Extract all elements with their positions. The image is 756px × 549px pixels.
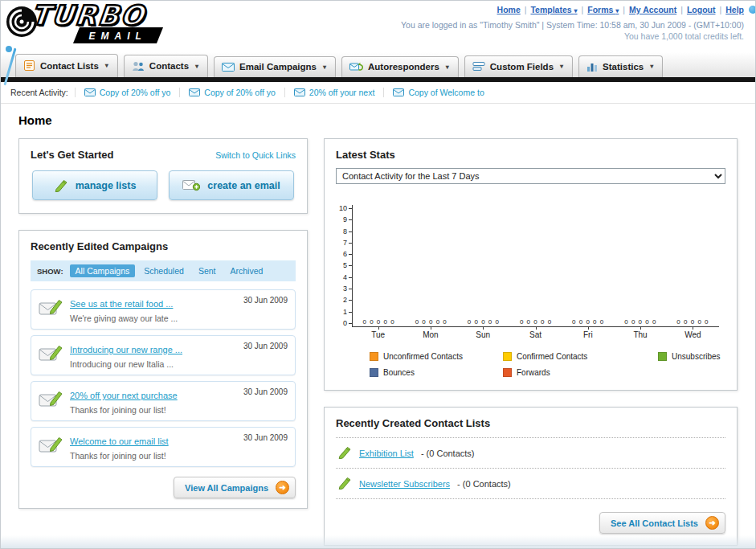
campaigns-panel-title: Recently Edited Campaigns: [31, 240, 296, 252]
campaign-title-link[interactable]: Introducing our new range ...: [70, 345, 182, 354]
chart-y-axis: 109876543210: [339, 205, 352, 327]
y-tick-label: 9: [343, 216, 352, 223]
stats-period-select[interactable]: Contact Activity for the Last 7 Days: [336, 168, 725, 184]
campaign-row[interactable]: 20% off your next purchaseThanks for joi…: [31, 381, 296, 421]
get-started-title: Let's Get Started: [31, 149, 114, 161]
chart-plot-area: 0 0 0 0 00 0 0 0 00 0 0 0 00 0 0 0 00 0 …: [352, 205, 719, 327]
contact-list-link[interactable]: Exhibition List: [359, 449, 414, 458]
nav-tab-email-campaigns[interactable]: Email Campaigns▾: [214, 56, 336, 77]
chart-value-group: 0 0 0 0 0: [615, 318, 667, 326]
contact-list-row[interactable]: Exhibition List- (0 Contacts): [336, 437, 725, 468]
campaign-tab-scheduled[interactable]: Scheduled: [138, 264, 190, 277]
recent-activity-item-label: 20% off your next: [309, 88, 375, 97]
top-link-my-account[interactable]: My Account: [629, 5, 676, 14]
legend-item-bounces: Bounces: [370, 368, 497, 377]
chevron-down-icon: ▾: [105, 62, 108, 69]
x-axis-label: Sat: [509, 330, 562, 339]
envelope-icon: [189, 88, 200, 96]
top-link-home[interactable]: Home: [497, 5, 521, 14]
button-label: create an email: [207, 180, 280, 191]
contact-list-link[interactable]: Newsletter Subscribers: [359, 479, 450, 489]
legend-item-unsubscribes: Unsubscribes: [658, 352, 725, 361]
recent-activity-bar: Recent Activity: Copy of 20% off yoCopy …: [1, 82, 755, 104]
show-label: SHOW:: [37, 267, 63, 276]
campaign-tab-sent[interactable]: Sent: [193, 264, 222, 277]
campaign-date: 30 Jun 2009: [243, 342, 288, 369]
campaign-title-link[interactable]: 20% off your next purchase: [70, 391, 178, 400]
switch-quick-links-link[interactable]: Switch to Quick Links: [215, 150, 296, 160]
view-all-campaigns-button[interactable]: View All Campaigns ➜: [174, 477, 296, 498]
y-tick-label: 7: [343, 240, 352, 247]
campaign-tab-archived[interactable]: Archived: [224, 264, 268, 277]
manage-lists-button[interactable]: manage lists: [32, 170, 157, 200]
campaign-filter-bar: SHOW: All CampaignsScheduledSentArchived: [31, 260, 296, 281]
campaign-title-link[interactable]: Welcome to our email list: [70, 436, 169, 446]
recent-activity-item-label: Copy of 20% off yo: [204, 88, 276, 97]
top-link-forms[interactable]: Forms ▾: [587, 5, 619, 14]
x-axis-label: Thu: [614, 330, 666, 339]
chevron-down-icon: ▾: [615, 7, 619, 14]
legend-swatch: [370, 352, 378, 361]
nav-tab-autoresponders[interactable]: Autoresponders▾: [341, 56, 459, 77]
header-right: Home|Templates ▾|Forms ▾|My Account|Logo…: [401, 5, 744, 41]
campaign-list: See us at the retail food ...We're givin…: [31, 289, 296, 467]
autoresponders-icon: [349, 62, 363, 72]
recent-activity-item[interactable]: 20% off your next: [284, 88, 384, 97]
statistics-icon: [586, 61, 598, 72]
y-tick-label: 6: [343, 251, 352, 258]
x-axis-label: Wed: [667, 330, 719, 339]
top-link-templates[interactable]: Templates ▾: [530, 5, 577, 14]
app-logo[interactable]: TURBO EMAIL: [6, 2, 160, 43]
nav-tab-custom-fields[interactable]: Custom Fields▾: [464, 55, 573, 77]
campaign-row[interactable]: Introducing our new range ...Introducing…: [31, 335, 296, 375]
legend-item-unconfirmed-contacts: Unconfirmed Contacts: [370, 352, 497, 361]
campaign-date: 30 Jun 2009: [243, 433, 288, 461]
nav-tab-contact-lists[interactable]: Contact Lists▾: [15, 54, 118, 77]
logo-subtitle-strip: EMAIL: [73, 27, 163, 43]
legend-label: Bounces: [383, 368, 415, 377]
link-separator: |: [582, 5, 584, 14]
recent-activity-item[interactable]: Copy of 20% off yo: [75, 88, 180, 97]
logo-text-block: TURBO EMAIL: [31, 2, 160, 43]
custom-fields-icon: [472, 61, 485, 72]
view-all-campaigns-label: View All Campaigns: [185, 483, 268, 493]
x-axis-label: Mon: [404, 330, 456, 339]
legend-swatch: [503, 368, 512, 377]
chevron-down-icon: ▾: [195, 63, 198, 70]
chart-value-group: 0 0 0 0 0: [509, 318, 562, 326]
logo-subtitle: EMAIL: [89, 31, 147, 42]
campaign-edit-icon: [39, 433, 63, 461]
chart-value-group: 0 0 0 0 0: [562, 318, 615, 326]
y-tick-label: 10: [339, 205, 352, 212]
link-separator: |: [525, 5, 527, 14]
legend-swatch: [370, 368, 378, 377]
credits-info: You have 1,000 total credits left.: [401, 31, 744, 41]
recent-activity-item[interactable]: Copy of Welcome to: [383, 88, 492, 97]
chevron-down-icon: ▾: [574, 7, 578, 14]
create-an-email-button[interactable]: create an email: [169, 170, 294, 200]
y-tick-label: 3: [343, 285, 352, 293]
nav-tab-statistics[interactable]: Statistics▾: [578, 55, 663, 77]
nav-tab-contacts[interactable]: Contacts▾: [124, 55, 208, 77]
chart-zero-values: 0 0 0 0 00 0 0 0 00 0 0 0 00 0 0 0 00 0 …: [353, 318, 719, 326]
recent-activity-item[interactable]: Copy of 20% off yo: [179, 88, 284, 97]
see-all-contact-lists-button[interactable]: See All Contact Lists ➜: [599, 512, 725, 534]
campaign-tab-all-campaigns[interactable]: All Campaigns: [70, 264, 136, 277]
campaign-title-link[interactable]: See us at the retail food ...: [70, 299, 173, 309]
contact-list-row[interactable]: Newsletter Subscribers- (0 Contacts): [336, 468, 725, 498]
campaign-edit-icon: [39, 342, 63, 369]
recent-activity-item-label: Copy of 20% off yo: [100, 88, 171, 97]
get-started-panel: Let's Get Started Switch to Quick Links …: [18, 138, 308, 214]
top-link-help[interactable]: Help: [725, 5, 744, 14]
campaign-row[interactable]: See us at the retail food ...We're givin…: [31, 289, 296, 330]
header: TURBO EMAIL Home|Templates ▾|Forms ▾|My …: [1, 1, 755, 52]
nav-tab-label: Statistics: [603, 62, 644, 72]
campaign-row[interactable]: Welcome to our email listThanks for join…: [31, 427, 296, 467]
arrow-right-icon: ➜: [705, 516, 719, 530]
top-links: Home|Templates ▾|Forms ▾|My Account|Logo…: [401, 5, 744, 14]
top-link-logout[interactable]: Logout: [687, 5, 716, 14]
create-email-icon: [182, 179, 200, 191]
envelope-icon: [294, 88, 305, 96]
y-tick-label: 5: [343, 262, 352, 269]
get-started-buttons: manage listscreate an email: [31, 170, 296, 203]
